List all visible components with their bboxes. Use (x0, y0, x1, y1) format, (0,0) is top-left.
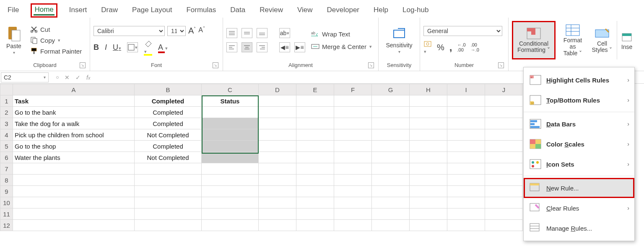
decrease-decimal-button[interactable]: .00→.0 (471, 42, 479, 52)
row-header-8[interactable]: 8 (0, 175, 13, 186)
increase-decimal-button[interactable]: ←.0.00 (457, 42, 465, 52)
name-box[interactable]: C2 ▾ (1, 72, 49, 82)
tab-home[interactable]: Home (31, 3, 57, 18)
cell-A5[interactable]: Go to the shop (13, 141, 135, 152)
cell-C2[interactable] (202, 107, 259, 118)
cell-C3[interactable] (202, 118, 259, 129)
cell-B3[interactable]: Completed (135, 118, 202, 129)
cell-B2[interactable]: Completed (135, 107, 202, 118)
row-header-10[interactable]: 10 (0, 197, 13, 208)
merge-center-button[interactable]: Merge & Center ▾ (309, 42, 374, 51)
insert-cells-button[interactable]: Inse (620, 21, 634, 59)
italic-button[interactable]: I (105, 43, 107, 52)
align-right-icon[interactable] (257, 42, 267, 52)
clipboard-launcher[interactable]: ↘ (80, 62, 86, 68)
col-header-D[interactable]: D (259, 84, 296, 95)
align-top-icon[interactable] (226, 28, 237, 38)
tab-file[interactable]: File (5, 4, 21, 18)
row-header-2[interactable]: 2 (0, 107, 13, 118)
cf-clear-rules[interactable]: Clear Rules › (524, 198, 634, 218)
row-header-7[interactable]: 7 (0, 163, 13, 175)
shrink-font-icon[interactable]: A˅ (198, 26, 205, 36)
col-header-H[interactable]: H (410, 84, 447, 95)
row-header-3[interactable]: 3 (0, 118, 13, 129)
align-center-icon[interactable] (242, 42, 252, 52)
tab-insert[interactable]: Insert (67, 4, 90, 18)
bold-button[interactable]: B (93, 43, 99, 52)
tab-data[interactable]: Data (228, 4, 248, 18)
accounting-format-button[interactable]: ▾ (423, 40, 432, 54)
cell-A3[interactable]: Take the dog for a walk (13, 118, 135, 129)
cut-button[interactable]: Cut (29, 25, 83, 34)
cf-manage-rules[interactable]: Manage Rules... (524, 218, 634, 238)
tab-help[interactable]: Help (371, 4, 391, 18)
cell-B6[interactable]: Not Completed (135, 152, 202, 163)
cf-color-scales[interactable]: Color Scales › (524, 134, 634, 154)
paste-button[interactable]: Paste ▾ (3, 21, 24, 59)
row-header-5[interactable]: 5 (0, 141, 13, 152)
comma-button[interactable]: , (449, 41, 452, 53)
tab-developer[interactable]: Developer (325, 4, 362, 18)
cell-B1[interactable]: Completed (135, 95, 202, 107)
tab-view[interactable]: View (295, 4, 315, 18)
cell-B4[interactable]: Not Completed (135, 129, 202, 141)
cf-new-rule[interactable]: New Rule... (524, 178, 634, 198)
col-header-A[interactable]: A (13, 84, 135, 95)
row-header-9[interactable]: 9 (0, 186, 13, 197)
align-bottom-icon[interactable] (257, 28, 267, 38)
cell-C4[interactable] (202, 129, 259, 141)
alignment-launcher[interactable]: ↘ (368, 62, 374, 68)
border-button[interactable]: ▾ (127, 42, 138, 52)
row-header-1[interactable]: 1 (0, 95, 13, 107)
cell-A6[interactable]: Water the plants (13, 152, 135, 163)
cell-B5[interactable]: Completed (135, 141, 202, 152)
accept-formula-icon[interactable]: ✓ (75, 74, 80, 81)
cell-A1[interactable]: Task (13, 95, 135, 107)
tab-draw[interactable]: Draw (99, 4, 120, 18)
tab-formulas[interactable]: Formulas (184, 4, 218, 18)
cf-icon-sets[interactable]: Icon Sets › (524, 154, 634, 174)
col-header-E[interactable]: E (296, 84, 334, 95)
row-header-12[interactable]: 12 (0, 220, 13, 231)
tab-review[interactable]: Review (257, 4, 286, 18)
cf-data-bars[interactable]: Data Bars › (524, 114, 634, 134)
cell-C5[interactable] (202, 141, 259, 152)
tab-loghub[interactable]: Log-hub (400, 4, 431, 18)
cell-A4[interactable]: Pick up the children from school (13, 129, 135, 141)
select-all-corner[interactable] (0, 84, 13, 95)
col-header-C[interactable]: C (202, 84, 259, 95)
cell-A2[interactable]: Go to the bank (13, 107, 135, 118)
cell-C6[interactable] (202, 152, 259, 163)
sensitivity-button[interactable]: Sensitivity ▾ (384, 21, 414, 59)
align-middle-icon[interactable] (242, 28, 252, 38)
number-launcher[interactable]: ↘ (498, 62, 504, 68)
font-color-button[interactable]: A ▾ (158, 43, 168, 52)
col-header-F[interactable]: F (334, 84, 372, 95)
fx-icon[interactable]: fx (86, 74, 90, 81)
col-header-G[interactable]: G (372, 84, 410, 95)
copy-button[interactable]: Copy ▾ (29, 36, 83, 45)
cf-highlight-cells-rules[interactable]: ≤ Highlight Cells Rules › (524, 70, 634, 90)
font-size-select[interactable]: 11 (167, 26, 186, 36)
align-left-icon[interactable] (226, 42, 237, 52)
row-header-6[interactable]: 6 (0, 152, 13, 163)
percent-button[interactable]: % (437, 43, 444, 52)
cell-styles-button[interactable]: CellStyles ˅ (590, 21, 614, 59)
orientation-button[interactable]: ab▾ (279, 28, 290, 38)
cf-top-bottom-rules[interactable]: 10 Top/Bottom Rules › (524, 90, 634, 110)
number-format-select[interactable]: General (423, 26, 502, 36)
col-header-J[interactable]: J (485, 84, 523, 95)
font-name-select[interactable]: Calibri (93, 26, 165, 36)
cell-C1[interactable]: Status (202, 95, 259, 107)
cell-D1[interactable] (259, 95, 296, 107)
underline-button[interactable]: U▾ (113, 43, 121, 52)
grow-font-icon[interactable]: A˄ (188, 26, 196, 36)
col-header-I[interactable]: I (447, 84, 485, 95)
format-painter-button[interactable]: Format Painter (29, 46, 83, 56)
tab-page-layout[interactable]: Page Layout (130, 4, 174, 18)
chevron-down-icon[interactable]: ▾ (41, 75, 46, 80)
wrap-text-button[interactable]: ab Wrap Text (309, 29, 374, 39)
conditional-formatting-button[interactable]: ConditionalFormatting ˅ (512, 21, 556, 59)
cancel-formula-icon[interactable]: ✕ (65, 74, 70, 81)
row-header-4[interactable]: 4 (0, 129, 13, 141)
